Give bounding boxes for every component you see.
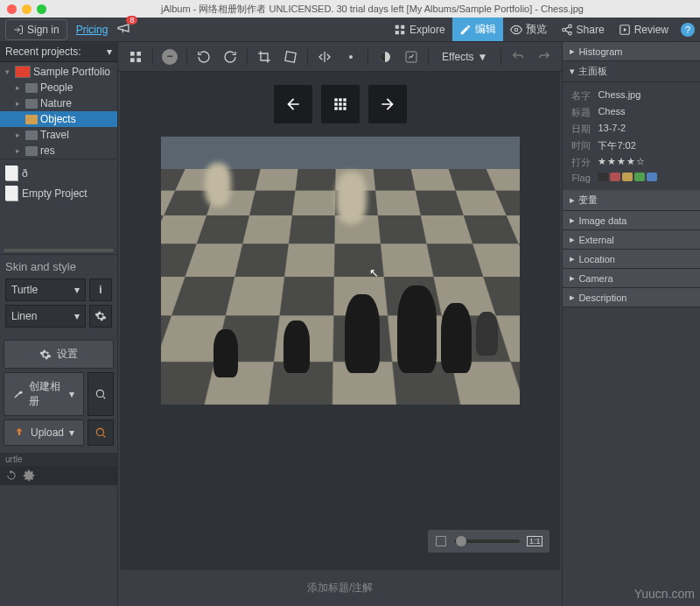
nav-edit-label: 编辑 (475, 22, 496, 37)
tree-root[interactable]: ▾ Sample Portfolio (0, 64, 117, 80)
notifications-button[interactable]: 8 (116, 21, 130, 38)
nav-share[interactable]: Share (554, 19, 612, 40)
folder-icon (25, 83, 38, 93)
pencil-icon (459, 24, 472, 36)
one-to-one-button[interactable]: 1:1 (527, 536, 543, 546)
panel-camera[interactable]: ▸Camera (563, 269, 700, 288)
sign-in-button[interactable]: Sign in (5, 19, 67, 40)
close-button[interactable] (7, 4, 17, 14)
rotate-left-button[interactable] (192, 46, 216, 68)
field-value-date[interactable]: 13-7-2 (598, 123, 626, 136)
flag-none[interactable] (598, 173, 608, 181)
tree-label: People (40, 81, 73, 94)
fit-icon[interactable] (435, 535, 447, 547)
chevron-right-icon: ▸ (570, 194, 575, 206)
field-value-title[interactable]: Chess (598, 106, 625, 119)
recent-label: Recent projects: (5, 46, 81, 58)
flip-button[interactable] (312, 46, 337, 68)
preview-small-button[interactable] (88, 372, 114, 416)
tree-label: Objects (40, 113, 76, 125)
settings-button[interactable]: 设置 (4, 340, 114, 369)
flag-yellow[interactable] (622, 173, 633, 181)
straighten-button[interactable] (278, 46, 303, 68)
grid-button[interactable] (321, 85, 360, 123)
panel-main[interactable]: ▾主面板 (563, 61, 700, 82)
next-image-button[interactable] (368, 85, 407, 123)
sign-in-icon (13, 25, 24, 35)
field-label-rating: 打分 (571, 156, 598, 169)
flag-blue[interactable] (647, 173, 657, 181)
nav-explore[interactable]: Explore (387, 19, 452, 40)
svg-rect-29 (437, 537, 446, 546)
undo-button[interactable] (506, 46, 530, 68)
tree-label: Nature (40, 97, 72, 109)
svg-rect-1 (401, 25, 404, 28)
flag-red[interactable] (610, 173, 620, 181)
svg-rect-27 (339, 107, 341, 109)
adjust-button[interactable] (339, 46, 363, 68)
minimize-button[interactable] (22, 4, 32, 14)
panel-description[interactable]: ▸Description (563, 288, 700, 307)
pricing-link[interactable]: Pricing (76, 24, 108, 36)
panel-location[interactable]: ▸Location (563, 250, 700, 269)
redo-icon (537, 50, 551, 64)
style-select[interactable]: Linen▾ (5, 305, 86, 328)
maximize-button[interactable] (37, 4, 46, 14)
tree-people[interactable]: ▸People (0, 80, 117, 95)
redo-button[interactable] (532, 46, 556, 68)
caption-input[interactable]: 添加标题/注解 (120, 572, 560, 604)
rotate-right-button[interactable] (218, 46, 242, 68)
grid-icon (394, 24, 406, 36)
contrast-button[interactable] (373, 46, 397, 68)
nav-review-label: Review (634, 24, 668, 36)
panel-external[interactable]: ▸External (563, 230, 700, 250)
prev-image-button[interactable] (274, 85, 312, 123)
tree-objects[interactable]: ▸Objects (0, 111, 117, 127)
scrollbar[interactable] (4, 249, 114, 252)
tree-travel[interactable]: ▸Travel (0, 127, 117, 143)
nav-edit[interactable]: 编辑 (452, 18, 503, 41)
help-button[interactable]: ? (681, 23, 695, 37)
svg-point-5 (568, 25, 571, 28)
project-row[interactable]: ð (0, 163, 117, 183)
field-value-name[interactable]: Chess.jpg (598, 89, 640, 102)
sign-in-label: Sign in (27, 24, 60, 36)
upload-button[interactable]: Upload ▾ (4, 419, 84, 446)
panel-image-data[interactable]: ▸Image data (563, 211, 700, 230)
grid-view-button[interactable] (123, 46, 148, 68)
svg-point-17 (349, 55, 353, 59)
style-settings-button[interactable] (89, 305, 112, 328)
field-value-time[interactable]: 下午7:02 (598, 139, 635, 152)
gear-icon[interactable] (23, 469, 35, 482)
nav-review[interactable]: Review (612, 19, 676, 40)
rating-stars[interactable]: ★★★★☆ (598, 156, 646, 169)
project-label: Empty Project (22, 187, 88, 200)
tree-res[interactable]: ▸res (0, 143, 117, 159)
recent-projects-header[interactable]: Recent projects: ▾ (0, 42, 117, 62)
eye-icon (510, 24, 522, 36)
effects-dropdown[interactable]: Effects▼ (433, 47, 496, 67)
svg-rect-3 (401, 31, 404, 34)
zoom-slider[interactable] (454, 539, 520, 543)
panel-variables[interactable]: ▸变量 (563, 190, 700, 211)
contrast-icon (378, 50, 392, 64)
field-label-name: 名字 (571, 89, 598, 102)
panel-histogram[interactable]: ▸Histogram (563, 42, 700, 61)
levels-button[interactable] (399, 46, 424, 68)
watermark: Yuucn.com (634, 587, 695, 601)
search-button[interactable] (88, 419, 114, 446)
crop-button[interactable] (252, 46, 276, 68)
flag-green[interactable] (634, 173, 645, 181)
image-preview[interactable]: ↖ (161, 137, 520, 405)
refresh-icon[interactable] (5, 469, 18, 482)
nav-preview[interactable]: 预览 (503, 18, 554, 41)
undo-icon (511, 50, 525, 64)
skin-info-button[interactable]: i (89, 278, 112, 301)
tree-nature[interactable]: ▸Nature (0, 95, 117, 111)
settings-label: 设置 (57, 347, 78, 362)
zoom-knob[interactable] (456, 536, 466, 546)
remove-button[interactable]: − (158, 46, 182, 68)
project-row[interactable]: Empty Project (0, 183, 117, 203)
create-album-button[interactable]: 创建相册 ▾ (4, 372, 84, 416)
skin-select[interactable]: Turtle▾ (5, 278, 86, 301)
